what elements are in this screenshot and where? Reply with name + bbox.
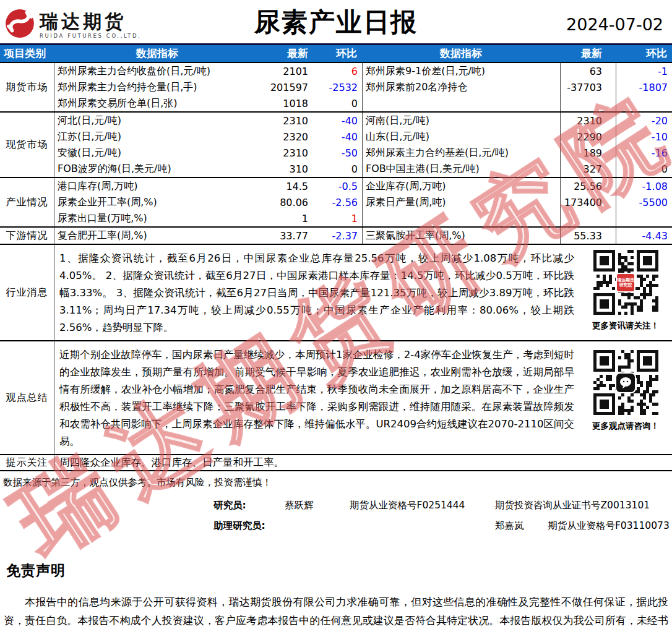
- table-section: 产业情况港口库存(周,万吨)14.5-0.5企业库存(周,万吨)25.56-1.…: [0, 177, 672, 226]
- indicator-cell: [362, 95, 560, 111]
- change-cell: 0: [322, 163, 362, 175]
- latest-cell: 80.06: [260, 197, 322, 208]
- report-header: 瑞达期货 RUIDA FUTURES CO.,LTD. 尿素产业日报 2024-…: [0, 0, 672, 43]
- change-cell: 0: [322, 98, 362, 109]
- disclaimer-body: 本报告中的信息均来源于公开可获得资料，瑞达期货股份有限公司力求准确可靠，但对这些…: [4, 593, 668, 629]
- latest-cell: -37703: [560, 79, 616, 95]
- change-cell: -0.5: [322, 181, 362, 192]
- change-cell: 6: [322, 66, 362, 77]
- indicator-cell: 三聚氰胺开工率(周,%): [362, 228, 560, 244]
- change-cell: 0: [616, 161, 672, 177]
- viewpoint-text: 近期个别企业故障停车，国内尿素日产量继续减少，本周预计1家企业检修，2-4家停车…: [54, 341, 579, 454]
- change-cell: -40: [322, 115, 362, 127]
- report-date: 2024-07-02: [566, 15, 663, 34]
- table-section: 现货市场河北(日,元/吨)2310-40河南(日,元/吨)2310-20江苏(日…: [0, 111, 672, 177]
- change-cell: -1: [616, 63, 672, 79]
- latest-cell: 1018: [260, 98, 322, 109]
- indicator-cell: 郑州尿素交易所仓单(日,张): [54, 97, 260, 110]
- section-label: 现货市场: [0, 113, 54, 177]
- section-label: 观点总结: [0, 341, 54, 454]
- col-header-latest-left: 最新: [260, 45, 322, 62]
- indicator-cell: 河北(日,元/吨): [54, 114, 260, 127]
- qr-news-caption: 更多资讯请关注！: [592, 320, 659, 332]
- assistant-name: 郑嘉岚: [495, 520, 524, 531]
- wechat-icon: [615, 372, 636, 393]
- indicator-cell: 尿素出口量(万吨,%): [54, 212, 260, 225]
- change-cell: -1.08: [616, 178, 672, 194]
- indicator-cell: 尿素企业开工率(周,%): [54, 196, 260, 209]
- latest-cell: 310: [260, 163, 322, 175]
- indicator-cell: 港口库存(周,万吨): [54, 180, 260, 193]
- indicator-cell: 企业库存(周,万吨): [362, 178, 560, 194]
- researcher-block: 研究员: 蔡跃辉 期货从业资格号F0251444 期货投资咨询从业证书号Z001…: [213, 499, 672, 533]
- section-viewpoint-summary: 观点总结 近期个别企业故障停车，国内尿素日产量继续减少，本周预计1家企业检修，2…: [0, 340, 672, 454]
- latest-cell: 2310: [260, 115, 322, 127]
- data-table: 期货市场郑州尿素主力合约收盘价(日,元/吨)21016郑州尿素9-1价差(日,元…: [0, 62, 672, 244]
- latest-cell: 14.5: [260, 181, 322, 192]
- indicator-cell: 河南(日,元/吨): [362, 113, 560, 129]
- qr-center-logo-ruida: 瑞达期货研究院: [616, 273, 635, 293]
- change-cell: -20: [616, 113, 672, 129]
- disclaimer-title: 免责声明: [6, 561, 672, 580]
- change-cell: [616, 210, 672, 226]
- researcher-advisory-cert: 期货投资咨询从业证书号Z0013101: [495, 499, 672, 512]
- change-cell: -2.56: [322, 197, 362, 208]
- researcher-cert: 期货从业资格号F0251444: [350, 499, 495, 512]
- change-cell: -2532: [322, 82, 362, 93]
- indicator-cell: 郑州尿素前20名净持仓: [362, 79, 560, 95]
- indicator-cell: FOB波罗的海(日,美元/吨): [54, 163, 260, 176]
- section-label: 产业情况: [0, 178, 54, 226]
- latest-cell: 327: [560, 161, 616, 177]
- change-cell: -4.43: [616, 228, 672, 244]
- indicator-cell: 郑州尿素主力合约持仓量(日,手): [54, 81, 260, 94]
- indicator-cell: 郑州尿素主力合约收盘价(日,元/吨): [54, 65, 260, 78]
- latest-cell: 173400: [560, 194, 616, 210]
- col-header-change-right: 环比: [616, 45, 672, 62]
- latest-cell: 2310: [260, 147, 322, 159]
- industry-news-text: 1、据隆众资讯统计，截至6月26日，中国尿素企业总库存量25.56万吨，较上周减…: [54, 245, 579, 340]
- indicator-cell: [362, 210, 560, 226]
- col-header-latest-right: 最新: [560, 45, 616, 62]
- section-industry-news: 行业消息 1、据隆众资讯统计，截至6月26日，中国尿素企业总库存量25.56万吨…: [0, 244, 672, 340]
- latest-cell: 63: [560, 63, 616, 79]
- section-tips: 提示关注 周四隆众企业库存、港口库存、日产量和开工率。: [0, 454, 672, 471]
- change-cell: -5500: [616, 194, 672, 210]
- tips-text: 周四隆众企业库存、港口库存、日产量和开工率。: [54, 456, 672, 469]
- latest-cell: [560, 95, 616, 111]
- latest-cell: [560, 210, 616, 226]
- latest-cell: 2310: [560, 113, 616, 129]
- section-label: 下游情况: [0, 228, 54, 244]
- table-section: 期货市场郑州尿素主力合约收盘价(日,元/吨)21016郑州尿素9-1价差(日,元…: [0, 62, 672, 111]
- assistant-label: 助理研究员:: [213, 520, 285, 533]
- indicator-cell: 郑州尿素主力合约基差(日,元/吨): [362, 145, 560, 161]
- change-cell: [616, 95, 672, 111]
- indicator-cell: FOB中国主港(日,美元/吨): [362, 161, 560, 177]
- qr-viewpoint-caption: 更多观点请咨询！: [592, 421, 659, 432]
- latest-cell: 2290: [560, 129, 616, 145]
- change-cell: -16: [616, 145, 672, 161]
- latest-cell: 189: [560, 145, 616, 161]
- change-cell: -40: [322, 131, 362, 143]
- risk-note: 数据来源于第三方，观点仅供参考。市场有风险，投资需谨慎！: [0, 471, 672, 489]
- latest-cell: 33.77: [260, 230, 322, 242]
- latest-cell: 1: [260, 213, 322, 225]
- assistant-info: 郑嘉岚 期货从业资格号F03110073: [495, 520, 672, 533]
- indicator-cell: 尿素日产量(周,吨): [362, 194, 560, 210]
- indicator-cell: 江苏(日,元/吨): [54, 131, 260, 143]
- latest-cell: 55.33: [560, 228, 616, 244]
- indicator-cell: 复合肥开工率(周,%): [54, 229, 260, 242]
- change-cell: -50: [322, 147, 362, 159]
- indicator-cell: 安徽(日,元/吨): [54, 147, 260, 160]
- change-cell: -2.37: [322, 230, 362, 242]
- researcher-name: 蔡跃辉: [285, 499, 350, 512]
- researcher-label: 研究员:: [213, 499, 285, 512]
- change-cell: 1: [322, 213, 362, 225]
- col-header-indicator-left: 数据指标: [54, 45, 260, 62]
- latest-cell: 2320: [260, 131, 322, 143]
- change-cell: -10: [616, 129, 672, 145]
- table-header-row: 项目类别 数据指标 最新 环比 数据指标 最新 环比: [0, 43, 672, 62]
- latest-cell: 25.56: [560, 178, 616, 194]
- indicator-cell: 山东(日,元/吨): [362, 129, 560, 145]
- qrcode-viewpoint: [593, 350, 658, 415]
- qrcode-news: 瑞达期货研究院: [593, 250, 658, 315]
